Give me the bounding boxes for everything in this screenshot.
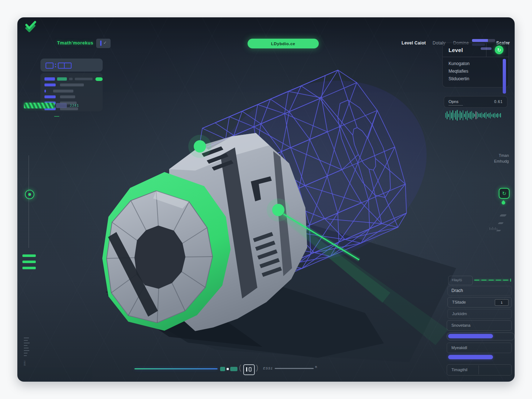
green-progress-line <box>474 280 510 280</box>
form-label: Myeakidl <box>451 346 467 350</box>
waveform-bar <box>499 114 499 117</box>
level-item[interactable]: Kunogaton <box>449 61 469 66</box>
form-field-jurkiidm[interactable]: Jurkiidm <box>447 309 512 319</box>
level-item[interactable]: Meqtiafies <box>449 69 468 74</box>
verify-button[interactable]: ✓ <box>96 39 111 48</box>
waveform-bar <box>492 114 492 117</box>
transport-chip[interactable] <box>230 367 237 371</box>
waveform-bar <box>496 114 497 117</box>
list-item[interactable] <box>44 95 103 99</box>
timeline-scrubber[interactable] <box>134 368 218 369</box>
green-line-tick <box>510 279 511 282</box>
note-line: Tman <box>471 153 509 158</box>
waveform-bar <box>481 112 482 118</box>
form-field-snovetana[interactable]: Snovetana <box>447 320 512 331</box>
slider-fill[interactable] <box>448 355 493 359</box>
form-field-timagthil[interactable]: Timagthil <box>447 364 512 376</box>
list-item[interactable] <box>44 83 103 87</box>
level-panel-icon[interactable]: ↻ <box>495 46 503 54</box>
brand-title: Tmath'morekus <box>57 40 93 46</box>
list-item[interactable] <box>44 77 103 81</box>
waveform-bar <box>458 113 459 117</box>
play-pause-display[interactable] <box>243 364 255 375</box>
secondary-progress-line <box>275 368 314 369</box>
annotation-dot-1[interactable] <box>194 140 206 153</box>
bracket-close: ) <box>256 364 258 372</box>
check-icon: ✓ <box>103 40 107 45</box>
slider-fill[interactable] <box>448 334 493 338</box>
scene-3d <box>17 17 515 382</box>
target-gizmo-icon[interactable] <box>25 190 34 199</box>
waveform-bar <box>468 113 469 118</box>
chevron-stack-icon <box>497 214 506 231</box>
form-input[interactable]: 1 <box>495 299 509 306</box>
form-label: TSitade <box>452 300 466 304</box>
waveform-bar <box>494 113 495 118</box>
form-label: Filay/G <box>452 278 462 282</box>
bracket-open: ( <box>239 364 241 372</box>
form-label: Snovetana <box>451 323 471 327</box>
annotation-dot-2[interactable] <box>272 204 284 216</box>
nav-item-level[interactable]: Level Caiot <box>402 40 426 46</box>
opns-value: 0.61 <box>494 100 503 104</box>
waveform-bar <box>493 113 494 117</box>
left-menu-icon[interactable] <box>22 254 36 269</box>
progress-fill <box>24 103 55 108</box>
transport-chip[interactable] <box>220 367 225 371</box>
waveform-display <box>445 108 506 122</box>
waveform-bar <box>450 111 450 120</box>
waveform-bar <box>486 112 486 119</box>
brand-logo-icon <box>25 21 37 32</box>
waveform-bar <box>467 111 468 120</box>
waveform-bar <box>479 113 479 117</box>
progress-meter: JJ41 <box>24 103 96 109</box>
waveform-bar <box>480 113 481 117</box>
opns-title: Opns <box>449 99 459 104</box>
gizmo-axis-line <box>29 155 29 248</box>
sync-icon[interactable]: ↻ <box>499 188 510 199</box>
waveform-bar <box>490 112 491 119</box>
waveform-bar <box>461 112 462 118</box>
waveform-bar <box>460 111 460 120</box>
waveform-bar <box>447 111 447 119</box>
waveform-bar <box>497 113 498 118</box>
waveform-bar <box>473 113 473 118</box>
transport-stop-icon[interactable] <box>227 368 229 370</box>
opns-bar[interactable]: Opns 0.61 <box>444 96 507 108</box>
waveform-bar <box>487 114 488 117</box>
viewport-note: Tman Emhudg <box>471 153 509 164</box>
form-field-tsitade[interactable]: TSitade 1 <box>447 297 512 308</box>
waveform-bar <box>474 114 475 117</box>
app-window: Tmath'morekus ✓ LDybdio.ce Level Caiot D… <box>17 17 515 382</box>
waveform-bar <box>464 114 465 117</box>
waveform-bar <box>470 112 471 119</box>
transport-label: ESS1 <box>263 366 273 370</box>
waveform-bar <box>451 112 452 119</box>
waveform-bar <box>445 113 446 118</box>
list-item[interactable] <box>44 89 103 93</box>
form-label: Jurkiidm <box>452 312 467 316</box>
form-field-filay[interactable]: Filay/G <box>448 276 473 285</box>
waveform-bar <box>463 110 463 120</box>
scrollbar[interactable] <box>503 59 506 94</box>
timecode-display <box>40 59 103 72</box>
form-label: Timagthil <box>451 368 467 372</box>
waveform-bar <box>489 113 489 118</box>
waveform-bar <box>448 114 449 117</box>
level-item[interactable]: Stiduoertin <box>449 76 469 81</box>
waveform-bar <box>454 113 455 117</box>
waveform-bar <box>466 111 466 119</box>
level-panel-title: Level <box>449 47 463 53</box>
form-field-drach[interactable]: Drach <box>447 286 512 296</box>
meter-tick <box>54 116 59 117</box>
primary-action-button[interactable]: LDybdio.ce <box>248 39 319 48</box>
status-pill <box>95 77 103 81</box>
3d-viewport[interactable] <box>17 17 515 382</box>
waveform-bar <box>457 110 458 121</box>
mini-ticks <box>489 227 497 230</box>
waveform-bar <box>452 110 453 120</box>
meter-value: JJ41 <box>70 104 79 107</box>
waveform-bar <box>500 113 501 117</box>
waveform-bar <box>484 113 485 118</box>
form-field-myeakidl[interactable]: Myeakidl <box>447 343 512 353</box>
